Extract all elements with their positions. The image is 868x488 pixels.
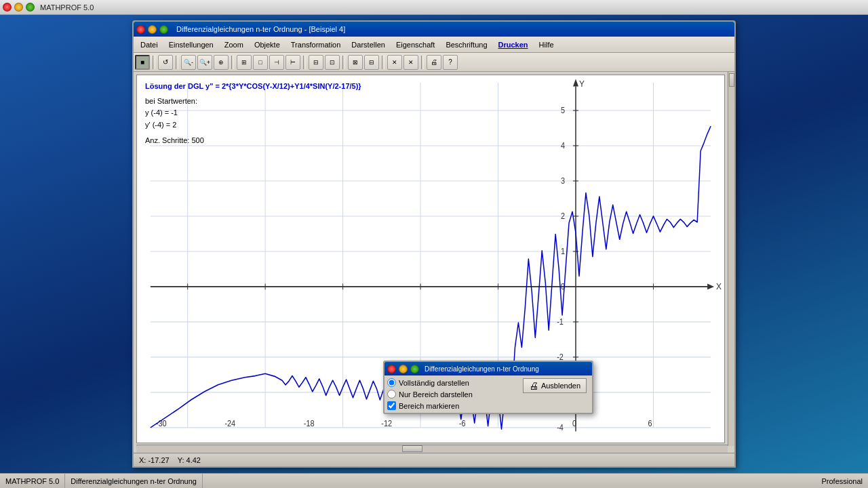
status-edition-label: Professional <box>821 477 863 485</box>
popup-dialog: Differenzialgleichungen n-ter Ordnung Vo… <box>383 361 593 414</box>
status-doc-label: Differenzialgleichungen n-ter Ordnung <box>71 477 197 485</box>
radio-vollstaendig-row: Vollständig darstellen <box>387 378 515 387</box>
toolbar-sep-5 <box>342 56 345 69</box>
toolbar-sep-3 <box>231 56 234 69</box>
ausblenden-button[interactable]: 🖨 Ausblenden <box>523 378 587 393</box>
popup-max-button[interactable] <box>410 365 419 373</box>
status-edition: Professional <box>816 474 868 488</box>
tool-left[interactable]: ⊣ <box>269 55 284 70</box>
radio-vollstaendig[interactable] <box>387 378 396 387</box>
tool-undo[interactable]: ↺ <box>158 55 173 70</box>
ausblenden-label: Ausblenden <box>541 382 580 390</box>
tool-delete2[interactable]: ✕ <box>403 55 418 70</box>
tool-split[interactable]: ⊠ <box>348 55 363 70</box>
ausblenden-icon: 🖨 <box>529 380 538 391</box>
svg-text:-18: -18 <box>304 419 315 428</box>
scrollbar-bottom[interactable] <box>136 445 728 453</box>
popup-title-bar: Differenzialgleichungen n-ter Ordnung <box>384 362 592 375</box>
svg-text:-24: -24 <box>224 419 235 428</box>
y-val: y (-4) = -1 <box>145 107 361 119</box>
tool-right[interactable]: ⊢ <box>285 55 300 70</box>
menu-transformation[interactable]: Transformation <box>285 39 347 50</box>
checkbox-bereich-label: Bereich markieren <box>399 402 459 410</box>
svg-text:X: X <box>716 282 722 292</box>
inner-status-bar: X: -17.27 Y: 4.42 <box>134 453 734 466</box>
popup-window-controls[interactable] <box>387 365 419 373</box>
inner-max-button[interactable] <box>159 25 168 34</box>
popup-close-button[interactable] <box>387 365 396 373</box>
popup-footer: 🖨 Ausblenden <box>517 375 592 399</box>
toolbar-sep-2 <box>176 56 178 69</box>
tool-zoom-in[interactable]: 🔍+ <box>197 55 212 70</box>
status-document: Differenzialgleichungen n-ter Ordnung <box>65 474 203 488</box>
status-app-name: MATHPROF 5.0 <box>0 474 65 488</box>
minimize-button[interactable] <box>14 3 23 12</box>
tool-zoom-out[interactable]: 🔍- <box>181 55 196 70</box>
menu-objekte[interactable]: Objekte <box>249 39 285 50</box>
radio-nur-bereich-label: Nur Bereich darstellen <box>399 390 473 399</box>
inner-title-bar: Differenzialgleichungen n-ter Ordnung - … <box>134 22 734 37</box>
schritte-label: Anz. Schritte: 500 <box>145 135 361 147</box>
svg-text:2: 2 <box>561 212 565 221</box>
inner-close-button[interactable] <box>136 25 145 34</box>
toolbar-sep-6 <box>382 56 384 69</box>
toolbar: ■ ↺ 🔍- 🔍+ ⊕ ⊞ □ ⊣ ⊢ ⊟ ⊡ ⊠ ⊟ ✕ ✕ 🖨 ? <box>134 53 734 72</box>
status-bar: MATHPROF 5.0 Differenzialgleichungen n-t… <box>0 473 868 488</box>
popup-min-button[interactable] <box>399 365 408 373</box>
close-button[interactable] <box>3 3 12 12</box>
menu-einstellungen[interactable]: Einstellungen <box>163 39 219 50</box>
svg-text:5: 5 <box>561 106 565 115</box>
toolbar-sep-7 <box>421 56 424 69</box>
menu-bar: Datei Einstellungen Zoom Objekte Transfo… <box>134 37 734 53</box>
tool-help[interactable]: ? <box>443 55 458 70</box>
tool-data[interactable]: ⊡ <box>325 55 340 70</box>
toolbar-sep-4 <box>303 56 306 69</box>
main-title-bar: MATHPROF 5.0 <box>0 0 868 15</box>
cursor-coords: X: -17.27 Y: 4.42 <box>139 456 201 464</box>
menu-datei[interactable]: Datei <box>135 39 163 50</box>
svg-text:Y: Y <box>579 79 585 89</box>
popup-controls: Vollständig darstellen Nur Bereich darst… <box>384 375 592 413</box>
tool-zoom-fit[interactable]: ⊕ <box>214 55 229 70</box>
svg-text:-4: -4 <box>557 424 564 432</box>
svg-text:1: 1 <box>561 247 565 256</box>
menu-drucken[interactable]: Drucken <box>493 39 534 50</box>
equation-label: Lösung der DGL y" = 2*{3*Y*COS(Y-X/12)+Y… <box>145 81 361 93</box>
svg-text:-1: -1 <box>557 318 564 327</box>
svg-text:6: 6 <box>648 419 652 428</box>
menu-darstellen[interactable]: Darstellen <box>346 39 391 50</box>
inner-min-button[interactable] <box>148 25 157 34</box>
svg-text:3: 3 <box>561 177 565 186</box>
menu-hilfe[interactable]: Hilfe <box>534 39 559 50</box>
checkbox-bereich[interactable] <box>387 401 396 410</box>
scrollbar-thumb-bottom[interactable] <box>402 445 422 452</box>
maximize-button[interactable] <box>26 3 35 12</box>
y-coord: Y: 4.42 <box>178 456 201 464</box>
checkbox-bereich-row: Bereich markieren <box>387 401 515 410</box>
tool-merge[interactable]: ⊟ <box>364 55 379 70</box>
menu-beschriftung[interactable]: Beschriftung <box>440 39 492 50</box>
popup-title-text: Differenzialgleichungen n-ter Ordnung <box>425 365 539 373</box>
status-app-label: MATHPROF 5.0 <box>5 477 59 485</box>
toolbar-sep-1 <box>153 56 155 69</box>
radio-nur-bereich[interactable] <box>387 390 396 399</box>
app-title: MATHPROF 5.0 <box>40 3 94 12</box>
svg-text:4: 4 <box>561 142 566 150</box>
graph-info: Lösung der DGL y" = 2*{3*Y*COS(Y-X/12)+Y… <box>145 81 361 147</box>
tool-frame[interactable]: □ <box>253 55 268 70</box>
tool-delete1[interactable]: ✕ <box>387 55 402 70</box>
svg-text:-12: -12 <box>381 419 392 428</box>
svg-text:0: 0 <box>572 419 576 428</box>
scrollbar-right[interactable] <box>728 72 734 446</box>
tool-grid[interactable]: ⊞ <box>237 55 252 70</box>
radio-bereich-row: Nur Bereich darstellen <box>387 390 515 399</box>
menu-eigenschaft[interactable]: Eigenschaft <box>391 39 440 50</box>
tool-table[interactable]: ⊟ <box>309 55 323 70</box>
svg-text:-6: -6 <box>459 419 466 428</box>
tool-select[interactable]: ■ <box>135 55 150 70</box>
menu-zoom[interactable]: Zoom <box>219 39 249 50</box>
tool-print[interactable]: 🖨 <box>427 55 441 70</box>
scrollbar-thumb-right[interactable] <box>729 73 734 87</box>
inner-window-controls[interactable] <box>136 25 168 34</box>
window-controls[interactable] <box>3 3 35 12</box>
